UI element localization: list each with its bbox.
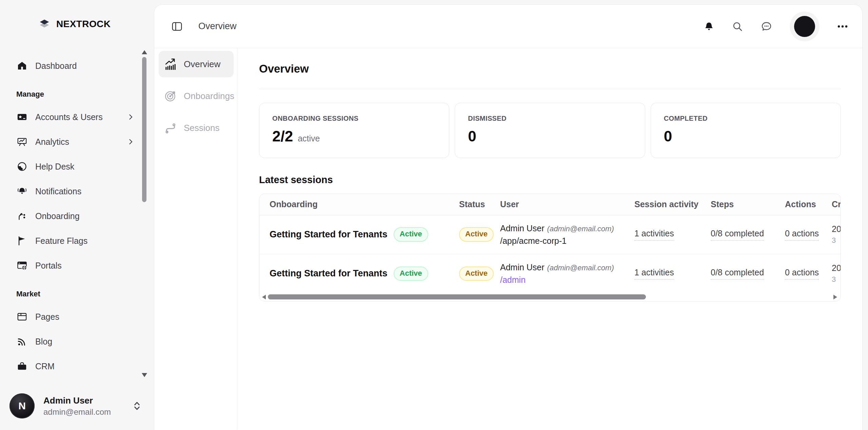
target-arrow-icon: [164, 90, 177, 102]
subnav-item-label: Sessions: [184, 123, 220, 133]
chevron-right-icon: [128, 139, 134, 145]
subnav-item-overview[interactable]: Overview: [159, 51, 234, 77]
sidebar-scrollbar[interactable]: [142, 57, 146, 202]
avatar: N: [9, 393, 35, 418]
created-date: 20: [832, 263, 841, 273]
sidebar-item-help-desk[interactable]: Help Desk: [16, 158, 134, 175]
sidebar-nav: Dashboard Manage Accounts & Users: [0, 47, 154, 387]
session-name: Getting Started for Tenants: [270, 268, 388, 279]
sidebar-section-market: Market: [16, 290, 134, 298]
session-user-name: Admin User: [500, 223, 545, 233]
session-name: Getting Started for Tenants: [270, 229, 388, 240]
stat-card-label: DISMISSED: [468, 115, 632, 122]
sidebar-item-crm[interactable]: CRM: [16, 358, 134, 374]
session-user-path-link[interactable]: /admin: [500, 275, 634, 285]
sidebar-item-label: Portals: [35, 261, 62, 271]
session-user-email: (admin@email.com): [547, 263, 614, 272]
sidebar-item-portals[interactable]: Portals: [16, 257, 134, 274]
search-icon[interactable]: [732, 21, 743, 32]
sidebar-item-label: CRM: [35, 361, 55, 371]
actions-link[interactable]: 0 actions: [785, 229, 819, 241]
stat-card-value: 0: [664, 128, 672, 145]
sidebar-item-blog[interactable]: Blog: [16, 333, 134, 350]
scroll-left-arrow[interactable]: [262, 295, 266, 299]
sidebar-item-accounts-users[interactable]: Accounts & Users: [16, 109, 134, 125]
sidebar-scroll-up-arrow[interactable]: [142, 50, 147, 54]
sidebar-item-notifications[interactable]: Notifications: [16, 183, 134, 199]
sidebar-item-onboarding[interactable]: Onboarding: [16, 208, 134, 224]
chat-icon[interactable]: [761, 21, 772, 32]
stat-card-label: ONBOARDING SESSIONS: [272, 115, 436, 122]
sidebar-item-pages[interactable]: Pages: [16, 309, 134, 325]
subnav-item-sessions[interactable]: Sessions: [159, 115, 234, 141]
divider: [259, 89, 841, 89]
col-user: User: [500, 194, 634, 215]
stat-card-completed: COMPLETED 0: [651, 103, 841, 158]
status-badge: Active: [394, 267, 428, 281]
notifications-bell-icon[interactable]: [704, 21, 714, 32]
subnav-item-onboardings[interactable]: Onboardings: [159, 83, 234, 109]
more-options-icon[interactable]: [837, 21, 848, 32]
stat-card-value: 2/2: [272, 128, 293, 145]
scroll-right-arrow[interactable]: [833, 295, 837, 299]
steps-link[interactable]: 0/8 completed: [711, 229, 764, 241]
accounts-card-star-icon: [16, 111, 28, 123]
subnav-item-label: Onboardings: [184, 91, 234, 101]
col-onboarding: Onboarding: [259, 194, 459, 215]
sidebar: NEXTROCK Dashboard Manage: [0, 0, 154, 430]
brand-gem-icon: [37, 17, 52, 31]
table-header-row: Onboarding Status User Session activity …: [259, 194, 841, 215]
onboarding-path-icon: [16, 210, 28, 222]
route-icon: [164, 121, 177, 134]
sessions-table: Onboarding Status User Session activity …: [259, 194, 841, 293]
table-row[interactable]: Getting Started for Tenants Active Activ…: [259, 215, 841, 254]
account-avatar: [794, 16, 815, 37]
sidebar-item-label: Help Desk: [35, 162, 74, 172]
activity-link[interactable]: 1 activities: [634, 268, 674, 280]
steps-link[interactable]: 0/8 completed: [711, 268, 764, 280]
user-email: admin@email.com: [43, 407, 111, 417]
table-row[interactable]: Getting Started for Tenants Active Activ…: [259, 254, 841, 293]
sessions-table-card: Onboarding Status User Session activity …: [259, 194, 841, 301]
stat-card-label: COMPLETED: [664, 115, 828, 122]
sidebar-item-analytics[interactable]: Analytics: [16, 134, 134, 150]
latest-sessions-title: Latest sessions: [259, 174, 841, 185]
brand-logo[interactable]: NEXTROCK: [37, 17, 111, 31]
col-actions: Actions: [785, 194, 832, 215]
sidebar-item-feature-flags[interactable]: Feature Flags: [16, 233, 134, 249]
col-session-activity: Session activity: [634, 194, 711, 215]
sidebar-item-label: Notifications: [35, 187, 81, 196]
user-menu[interactable]: N Admin User admin@email.com: [0, 387, 154, 430]
stat-card-onboarding-sessions: ONBOARDING SESSIONS 2/2 active: [259, 103, 449, 158]
table-horizontal-scrollbar[interactable]: [259, 293, 841, 301]
activity-link[interactable]: 1 activities: [634, 229, 674, 241]
top-header: Overview: [154, 5, 862, 48]
sidebar-toggle-icon[interactable]: [171, 21, 183, 32]
sidebar-section-manage: Manage: [16, 90, 134, 99]
sidebar-item-label: Blog: [35, 337, 52, 347]
actions-link[interactable]: 0 actions: [785, 268, 819, 280]
status-badge: Active: [459, 227, 494, 241]
sidebar-item-label: Onboarding: [35, 211, 80, 221]
session-user-name: Admin User: [500, 262, 545, 272]
flag-icon: [16, 235, 28, 247]
overview-chart-icon: [164, 58, 177, 71]
sidebar-item-dashboard[interactable]: Dashboard: [16, 58, 134, 74]
subnav-item-label: Overview: [184, 59, 220, 70]
session-user-path: /app/acme-corp-1: [500, 236, 634, 246]
created-ago: 3: [832, 236, 841, 245]
scrollbar-thumb[interactable]: [268, 294, 646, 299]
main-panel: Overview: [154, 5, 862, 430]
status-badge: Active: [394, 227, 428, 241]
created-date: 20: [832, 224, 841, 234]
account-avatar-button[interactable]: [790, 12, 820, 41]
rss-icon: [16, 336, 28, 347]
brand-name: NEXTROCK: [56, 19, 111, 30]
page-title: Overview: [259, 62, 841, 75]
sidebar-item-label: Analytics: [35, 137, 69, 147]
help-desk-icon: [16, 161, 28, 172]
status-badge: Active: [459, 267, 494, 281]
col-steps: Steps: [711, 194, 785, 215]
briefcase-icon: [16, 360, 28, 372]
sidebar-scroll-down-arrow[interactable]: [142, 373, 147, 377]
